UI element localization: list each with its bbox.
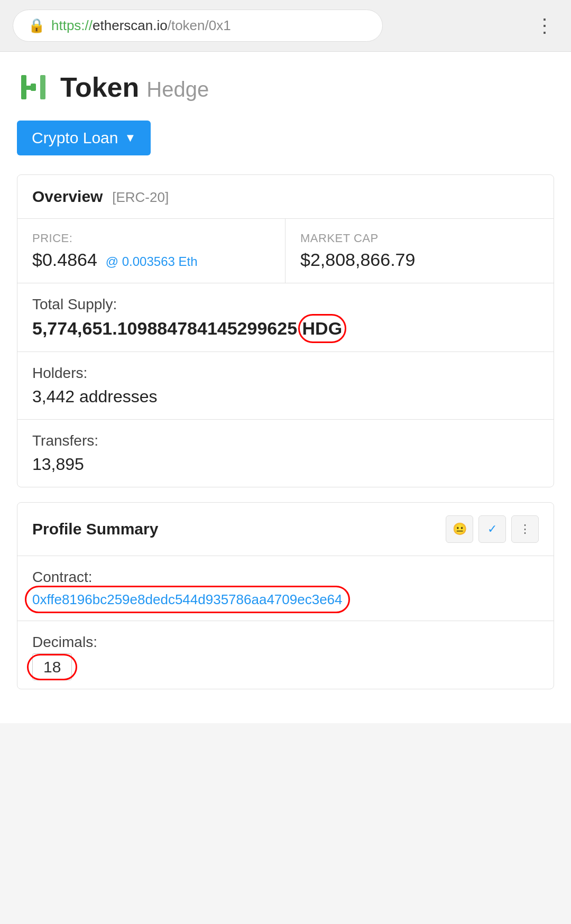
url-protocol: https:// [51,17,93,33]
total-supply-label: Total Supply: [32,296,539,313]
token-subtitle: Hedge [146,78,209,101]
contract-address-row: 0xffe8196bc259e8dedc544d935786aa4709ec3e… [32,591,539,608]
price-cell: PRICE: $0.4864 @ 0.003563 Eth [17,219,286,283]
decimals-value-wrapper: 18 [32,658,72,676]
total-supply-cell: Total Supply: 5,774,651.1098847841452996… [17,283,554,352]
url-path: /token/0x1 [168,17,231,33]
contract-address-wrapper: 0xffe8196bc259e8dedc544d935786aa4709ec3e… [32,591,343,608]
browser-bar: 🔒 https://etherscan.io/token/0x1 ⋮ [0,0,571,52]
price-value-row: $0.4864 @ 0.003563 Eth [32,250,270,270]
holders-label: Holders: [32,365,539,382]
token-header: Token Hedge [17,71,554,104]
price-value: $0.4864 [32,250,97,270]
page-content: Token Hedge Crypto Loan ▼ Overview [ERC-… [0,52,571,723]
decimals-label: Decimals: [32,634,539,651]
price-eth: @ 0.003563 Eth [106,254,198,269]
market-cap-label: MARKET CAP [300,232,539,245]
crypto-loan-label: Crypto Loan [32,129,118,147]
svg-rect-4 [40,75,45,99]
contract-cell: Contract: 0xffe8196bc259e8dedc544d935786… [17,556,554,621]
holders-cell: Holders: 3,442 addresses [17,352,554,420]
overview-card-header: Overview [ERC-20] [17,175,554,219]
profile-face-button[interactable]: 😐 [446,515,473,543]
hdg-symbol: HDG [302,318,343,339]
total-supply-value-row: 5,774,651.109884784145299625 HDG [32,318,539,339]
profile-summary-card: Profile Summary 😐 ✓ ⋮ Contract: 0xffe819… [17,502,554,689]
profile-summary-title: Profile Summary [32,520,158,538]
overview-title: Overview [32,188,103,205]
overview-card: Overview [ERC-20] PRICE: $0.4864 @ 0.003… [17,174,554,487]
holders-value: 3,442 addresses [32,387,539,406]
lock-icon: 🔒 [28,17,45,34]
url-domain: etherscan.io [93,17,168,33]
browser-menu-icon[interactable]: ⋮ [531,11,558,41]
transfers-label: Transfers: [32,432,539,449]
profile-more-button[interactable]: ⋮ [511,515,539,543]
url-bar[interactable]: 🔒 https://etherscan.io/token/0x1 [13,10,383,42]
token-logo [17,71,50,104]
token-name: Token [60,71,139,103]
crypto-loan-button[interactable]: Crypto Loan ▼ [17,121,151,155]
url-text: https://etherscan.io/token/0x1 [51,17,231,34]
contract-address-link[interactable]: 0xffe8196bc259e8dedc544d935786aa4709ec3e… [32,592,343,607]
more-icon: ⋮ [519,522,531,536]
profile-actions: 😐 ✓ ⋮ [446,515,539,543]
market-cap-cell: MARKET CAP $2,808,866.79 [286,219,554,283]
decimals-cell: Decimals: 18 [17,621,554,689]
profile-summary-header: Profile Summary 😐 ✓ ⋮ [17,503,554,556]
svg-rect-3 [21,86,36,90]
token-title: Token Hedge [60,71,209,103]
face-icon: 😐 [453,522,467,536]
overview-badge: [ERC-20] [112,189,169,205]
total-supply-value: 5,774,651.109884784145299625 HDG [32,318,342,339]
price-label: PRICE: [32,232,270,245]
profile-check-button[interactable]: ✓ [478,515,506,543]
transfers-value: 13,895 [32,455,539,474]
overview-price-row: PRICE: $0.4864 @ 0.003563 Eth MARKET CAP… [17,219,554,283]
transfers-cell: Transfers: 13,895 [17,420,554,487]
check-icon: ✓ [487,522,497,536]
chevron-down-icon: ▼ [124,131,136,145]
decimals-value: 18 [32,653,72,680]
contract-label: Contract: [32,569,539,586]
market-cap-value: $2,808,866.79 [300,250,539,270]
